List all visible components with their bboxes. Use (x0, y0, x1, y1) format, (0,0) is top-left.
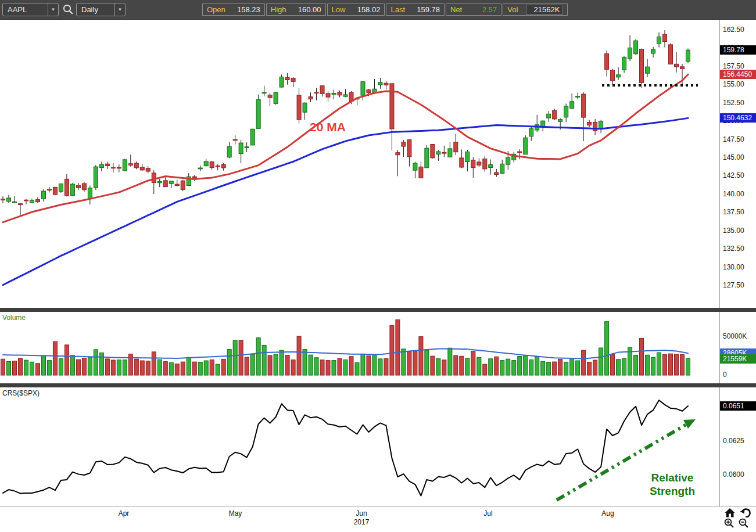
volume-bar (309, 355, 313, 375)
candle-body (285, 78, 289, 80)
candle-body (338, 92, 342, 95)
candle-body (384, 83, 388, 85)
price-tag: 159.78 (720, 45, 756, 55)
volume-bar (402, 349, 406, 375)
volume-bar (442, 360, 446, 375)
candle-body (361, 82, 365, 96)
candle-body (30, 200, 34, 203)
candle-body (564, 106, 568, 117)
candle-body (500, 164, 504, 173)
volume-bar (303, 350, 307, 375)
candle-body (227, 146, 231, 157)
candle-body (221, 164, 225, 168)
candle-body (18, 204, 22, 205)
volume-bar (291, 360, 295, 375)
candle-body (378, 82, 382, 85)
candle-body (192, 177, 196, 178)
candle-body (53, 187, 57, 195)
volume-bar (471, 351, 475, 375)
candle-body (524, 138, 528, 154)
volume-bar (163, 362, 167, 375)
volume-bar (1, 359, 5, 375)
candle-body (233, 139, 237, 141)
volume-bar (117, 360, 121, 375)
volume-bar (419, 337, 423, 375)
pane-separator[interactable] (0, 383, 756, 387)
candle-body (587, 123, 592, 125)
candle-body (646, 67, 650, 73)
volume-bar (460, 356, 464, 375)
volume-bar (233, 340, 237, 375)
candle-body (280, 77, 284, 87)
volume-bar (372, 355, 377, 375)
price-tick: 147.50 (723, 135, 744, 143)
chart-canvas[interactable] (0, 0, 756, 532)
candle-body (157, 181, 162, 183)
candle-body (198, 168, 202, 169)
volume-bar (152, 352, 156, 375)
candle-body (59, 184, 63, 192)
pane-separator[interactable] (0, 308, 756, 312)
price-tick: 142.50 (723, 171, 744, 179)
volume-bar (506, 359, 510, 375)
volume-tick: 50000K (723, 332, 747, 340)
volume-bar (35, 364, 40, 375)
candle-body (570, 102, 574, 109)
price-tick: 155.00 (723, 80, 744, 88)
volume-bar (431, 356, 435, 375)
candle-body (70, 184, 74, 196)
candle-body (396, 153, 400, 155)
candle-body (477, 162, 481, 165)
volume-bar (18, 358, 22, 375)
volume-bar (529, 360, 533, 375)
candle-body (250, 129, 255, 145)
candle-body (547, 114, 551, 118)
candle-body (210, 162, 214, 168)
candle-body (622, 57, 626, 70)
candle-body (245, 147, 249, 148)
relative-strength-annotation: Relative Strength (640, 471, 704, 498)
candle-body (657, 37, 661, 44)
candle-body (518, 152, 522, 153)
volume-bar (187, 357, 191, 375)
candle-body (483, 159, 487, 169)
volume-bar (250, 354, 255, 375)
volume-bar (12, 361, 16, 375)
volume-bar (663, 354, 667, 375)
volume-bar (582, 350, 586, 375)
candle-body (413, 163, 417, 170)
volume-bar (646, 355, 650, 375)
candle-body (128, 164, 132, 166)
volume-bar (547, 362, 551, 375)
volume-bar (686, 359, 690, 375)
volume-bar (651, 358, 655, 375)
candle-body (163, 181, 167, 187)
volume-bar (221, 359, 225, 375)
candle-body (111, 167, 115, 168)
candle-body (82, 184, 86, 190)
volume-bar (256, 338, 260, 375)
volume-bar (622, 358, 626, 375)
candle-body (99, 164, 103, 168)
volume-tag: 21559K (720, 354, 756, 364)
candle-body (314, 92, 318, 94)
volume-bar (157, 360, 162, 375)
volume-bar (123, 360, 127, 375)
candle-body (152, 173, 156, 182)
price-tick: 152.50 (723, 99, 744, 107)
volume-bar (332, 361, 336, 375)
volume-bar (576, 361, 580, 375)
candle-body (134, 163, 138, 168)
candle-body (599, 121, 603, 128)
candle-body (680, 67, 685, 69)
volume-bar (349, 357, 353, 375)
candle-body (303, 103, 307, 112)
candle-body (402, 142, 406, 146)
volume-bar (111, 360, 115, 375)
volume-bar (518, 357, 522, 375)
volume-bar (558, 360, 562, 375)
volume-bar (6, 362, 10, 375)
price-tag: 150.4632 (720, 113, 756, 123)
candle-body (35, 200, 40, 202)
candle-body (495, 172, 499, 175)
